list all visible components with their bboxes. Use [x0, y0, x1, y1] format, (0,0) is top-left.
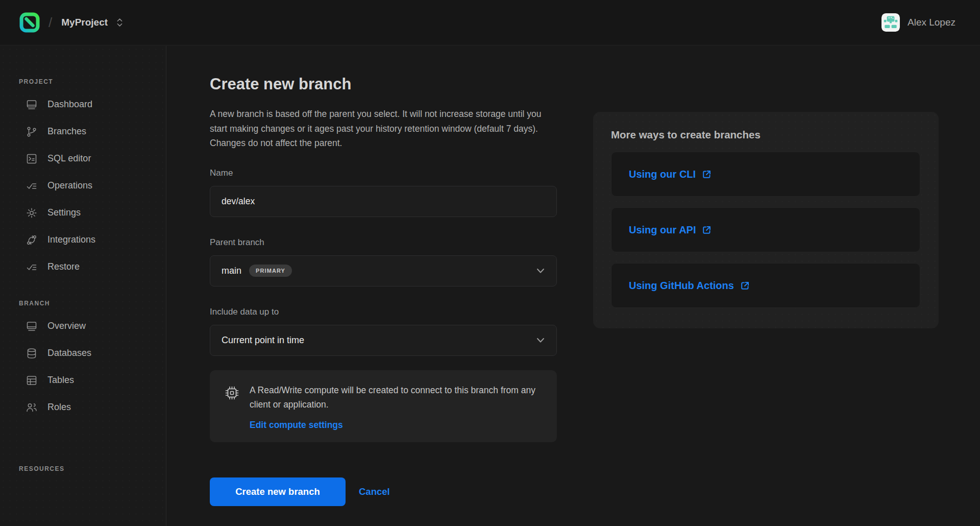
- include-data-value: Current point in time: [222, 335, 304, 346]
- doc-link-card[interactable]: Using our CLI: [611, 152, 920, 197]
- user-menu[interactable]: Alex Lopez: [881, 13, 955, 32]
- project-selector[interactable]: MyProject: [61, 17, 124, 28]
- doc-link[interactable]: Using our CLI: [629, 169, 712, 180]
- settings-icon: [26, 207, 38, 219]
- more-ways-title: More ways to create branches: [611, 129, 920, 141]
- doc-link-card[interactable]: Using our API: [611, 207, 920, 252]
- sql-editor-icon: [26, 153, 38, 165]
- parent-branch-select[interactable]: main PRIMARY: [210, 255, 557, 286]
- sidebar-item-label: SQL editor: [47, 153, 91, 164]
- sidebar-item-tables[interactable]: Tables: [0, 367, 166, 394]
- compute-note: A Read/Write compute will be created to …: [210, 370, 557, 442]
- sidebar-item-label: Overview: [47, 321, 86, 331]
- sidebar-section-label: BRANCH: [19, 300, 166, 307]
- edit-compute-settings-link[interactable]: Edit compute settings: [250, 420, 343, 431]
- sidebar-item-label: Tables: [47, 375, 74, 386]
- sidebar-item-branches[interactable]: Branches: [0, 118, 166, 145]
- sidebar-item-label: Restore: [47, 261, 80, 272]
- form-actions: Create new branch Cancel: [210, 477, 557, 506]
- create-branch-form: Create new branch A new branch is based …: [210, 45, 557, 506]
- databases-icon: [26, 347, 38, 360]
- branch-name-input[interactable]: [210, 186, 557, 217]
- doc-link[interactable]: Using our API: [629, 224, 712, 236]
- page-title: Create new branch: [210, 74, 557, 94]
- create-branch-button[interactable]: Create new branch: [210, 477, 346, 506]
- sidebar-item-label: Settings: [47, 207, 81, 218]
- sidebar-item-label: Integrations: [47, 234, 95, 245]
- sidebar-item-label: Operations: [47, 180, 92, 191]
- sidebar-item-settings[interactable]: Settings: [0, 199, 166, 226]
- unfold-more-icon: [116, 17, 124, 28]
- sidebar-item-restore[interactable]: Restore: [0, 253, 166, 280]
- doc-link[interactable]: Using GitHub Actions: [629, 280, 750, 292]
- chevron-down-icon: [535, 334, 546, 346]
- primary-badge: PRIMARY: [249, 265, 292, 277]
- include-data-select[interactable]: Current point in time: [210, 325, 557, 356]
- roles-icon: [26, 401, 38, 414]
- user-name: Alex Lopez: [908, 17, 955, 28]
- parent-branch-label: Parent branch: [210, 237, 557, 248]
- integrations-icon: [26, 234, 38, 246]
- page-description: A new branch is based off the parent you…: [210, 107, 548, 151]
- include-data-label: Include data up to: [210, 307, 557, 317]
- dashboard-icon: [26, 99, 38, 111]
- sidebar-item-label: Databases: [47, 348, 91, 358]
- compute-note-text: A Read/Write compute will be created to …: [250, 383, 543, 412]
- external-link-icon: [701, 169, 712, 180]
- sidebar-section-label: RESOURCES: [19, 465, 166, 473]
- sidebar-item-integrations[interactable]: Integrations: [0, 226, 166, 253]
- chevron-down-icon: [535, 265, 546, 276]
- branches-icon: [26, 126, 38, 138]
- sidebar-section-label: PROJECT: [19, 78, 166, 86]
- topbar: / MyProject Alex Lopez: [0, 0, 980, 45]
- avatar: [881, 13, 900, 32]
- doc-link-card[interactable]: Using GitHub Actions: [611, 263, 920, 308]
- neon-logo-icon[interactable]: [19, 12, 40, 33]
- tables-icon: [26, 374, 38, 387]
- sidebar-item-roles[interactable]: Roles: [0, 394, 166, 421]
- sidebar-item-overview[interactable]: Overview: [0, 313, 166, 340]
- cancel-link[interactable]: Cancel: [359, 486, 390, 497]
- sidebar-item-label: Branches: [47, 126, 86, 137]
- sidebar-item-label: Dashboard: [47, 99, 92, 110]
- restore-icon: [26, 261, 38, 273]
- sidebar-item-operations[interactable]: Operations: [0, 172, 166, 199]
- more-ways-panel: More ways to create branches Using our C…: [593, 112, 939, 328]
- breadcrumb-separator: /: [48, 15, 52, 31]
- sidebar-item-dashboard[interactable]: Dashboard: [0, 91, 166, 118]
- cpu-chip-icon: [223, 384, 241, 402]
- name-label: Name: [210, 168, 557, 178]
- parent-branch-value: main: [222, 266, 241, 276]
- sidebar-item-label: Roles: [47, 402, 71, 413]
- sidebar-item-databases[interactable]: Databases: [0, 340, 166, 367]
- sidebar-item-sql-editor[interactable]: SQL editor: [0, 145, 166, 172]
- operations-icon: [26, 180, 38, 192]
- external-link-icon: [740, 280, 750, 291]
- overview-icon: [26, 320, 38, 332]
- project-name: MyProject: [61, 17, 108, 28]
- sidebar: PROJECTDashboardBranchesSQL editorOperat…: [0, 46, 166, 526]
- external-link-icon: [701, 225, 712, 235]
